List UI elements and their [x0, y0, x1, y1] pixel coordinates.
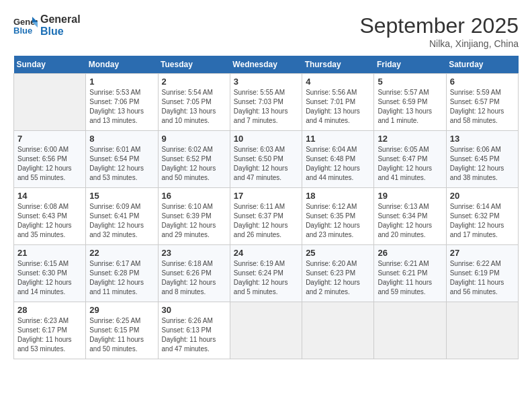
- day-cell: 6Sunrise: 5:59 AM Sunset: 6:57 PM Daylig…: [446, 74, 518, 131]
- day-number: 8: [89, 134, 154, 144]
- day-info: Sunrise: 6:14 AM Sunset: 6:32 PM Dayligh…: [450, 202, 515, 240]
- day-info: Sunrise: 5:57 AM Sunset: 6:59 PM Dayligh…: [378, 88, 442, 126]
- day-number: 17: [234, 191, 298, 201]
- title-block: September 2025 Nilka, Xinjiang, China: [359, 13, 519, 49]
- day-info: Sunrise: 6:15 AM Sunset: 6:30 PM Dayligh…: [17, 259, 82, 297]
- day-cell: 8Sunrise: 6:01 AM Sunset: 6:54 PM Daylig…: [86, 131, 158, 188]
- page-header: General Blue General Blue September 2025…: [13, 13, 519, 49]
- day-info: Sunrise: 6:25 AM Sunset: 6:15 PM Dayligh…: [89, 316, 154, 354]
- day-cell: [446, 302, 518, 359]
- day-cell: 22Sunrise: 6:17 AM Sunset: 6:28 PM Dayli…: [86, 245, 158, 302]
- day-number: 30: [162, 305, 226, 315]
- logo-icon: General Blue: [13, 15, 38, 36]
- day-info: Sunrise: 6:17 AM Sunset: 6:28 PM Dayligh…: [89, 259, 154, 297]
- day-cell: 1Sunrise: 5:53 AM Sunset: 7:06 PM Daylig…: [86, 74, 158, 131]
- day-number: 12: [378, 134, 442, 144]
- day-cell: 14Sunrise: 6:08 AM Sunset: 6:43 PM Dayli…: [14, 188, 86, 245]
- day-cell: 9Sunrise: 6:02 AM Sunset: 6:52 PM Daylig…: [158, 131, 230, 188]
- day-info: Sunrise: 6:20 AM Sunset: 6:23 PM Dayligh…: [306, 259, 370, 297]
- calendar-table: SundayMondayTuesdayWednesdayThursdayFrid…: [13, 56, 519, 359]
- week-row-2: 7Sunrise: 6:00 AM Sunset: 6:56 PM Daylig…: [14, 131, 519, 188]
- day-cell: 7Sunrise: 6:00 AM Sunset: 6:56 PM Daylig…: [14, 131, 86, 188]
- day-number: 15: [89, 191, 154, 201]
- day-number: 4: [306, 77, 370, 87]
- day-info: Sunrise: 6:22 AM Sunset: 6:19 PM Dayligh…: [450, 259, 515, 297]
- day-info: Sunrise: 6:12 AM Sunset: 6:35 PM Dayligh…: [306, 202, 370, 240]
- day-cell: 30Sunrise: 6:26 AM Sunset: 6:13 PM Dayli…: [158, 302, 230, 359]
- day-header-saturday: Saturday: [446, 56, 518, 74]
- day-number: 28: [17, 305, 82, 315]
- day-number: 7: [17, 134, 82, 144]
- day-cell: [302, 302, 374, 359]
- day-number: 1: [89, 77, 154, 87]
- day-info: Sunrise: 6:19 AM Sunset: 6:24 PM Dayligh…: [234, 259, 298, 297]
- day-info: Sunrise: 6:00 AM Sunset: 6:56 PM Dayligh…: [17, 145, 82, 183]
- day-info: Sunrise: 6:08 AM Sunset: 6:43 PM Dayligh…: [17, 202, 82, 240]
- day-number: 2: [162, 77, 226, 87]
- day-header-friday: Friday: [374, 56, 446, 74]
- day-number: 26: [378, 248, 442, 258]
- day-info: Sunrise: 6:09 AM Sunset: 6:41 PM Dayligh…: [89, 202, 154, 240]
- day-cell: 27Sunrise: 6:22 AM Sunset: 6:19 PM Dayli…: [446, 245, 518, 302]
- day-cell: 2Sunrise: 5:54 AM Sunset: 7:05 PM Daylig…: [158, 74, 230, 131]
- location-subtitle: Nilka, Xinjiang, China: [359, 38, 519, 49]
- day-info: Sunrise: 6:13 AM Sunset: 6:34 PM Dayligh…: [378, 202, 442, 240]
- day-info: Sunrise: 5:59 AM Sunset: 6:57 PM Dayligh…: [450, 88, 515, 126]
- day-number: 19: [378, 191, 442, 201]
- day-header-thursday: Thursday: [302, 56, 374, 74]
- day-number: 3: [234, 77, 298, 87]
- day-info: Sunrise: 6:18 AM Sunset: 6:26 PM Dayligh…: [162, 259, 226, 297]
- day-cell: 29Sunrise: 6:25 AM Sunset: 6:15 PM Dayli…: [86, 302, 158, 359]
- day-info: Sunrise: 5:55 AM Sunset: 7:03 PM Dayligh…: [234, 88, 298, 126]
- day-number: 24: [234, 248, 298, 258]
- day-number: 23: [162, 248, 226, 258]
- day-number: 6: [450, 77, 515, 87]
- day-cell: 26Sunrise: 6:21 AM Sunset: 6:21 PM Dayli…: [374, 245, 446, 302]
- day-cell: 23Sunrise: 6:18 AM Sunset: 6:26 PM Dayli…: [158, 245, 230, 302]
- day-cell: 17Sunrise: 6:11 AM Sunset: 6:37 PM Dayli…: [230, 188, 302, 245]
- day-cell: 11Sunrise: 6:04 AM Sunset: 6:48 PM Dayli…: [302, 131, 374, 188]
- day-header-tuesday: Tuesday: [158, 56, 230, 74]
- day-cell: 18Sunrise: 6:12 AM Sunset: 6:35 PM Dayli…: [302, 188, 374, 245]
- day-cell: 10Sunrise: 6:03 AM Sunset: 6:50 PM Dayli…: [230, 131, 302, 188]
- logo-line2: Blue: [40, 26, 81, 38]
- day-number: 5: [378, 77, 442, 87]
- day-header-monday: Monday: [86, 56, 158, 74]
- day-cell: [374, 302, 446, 359]
- logo: General Blue General Blue: [13, 13, 81, 38]
- day-number: 21: [17, 248, 82, 258]
- day-cell: 16Sunrise: 6:10 AM Sunset: 6:39 PM Dayli…: [158, 188, 230, 245]
- day-cell: [230, 302, 302, 359]
- day-number: 9: [162, 134, 226, 144]
- day-cell: 4Sunrise: 5:56 AM Sunset: 7:01 PM Daylig…: [302, 74, 374, 131]
- day-number: 16: [162, 191, 226, 201]
- day-cell: 25Sunrise: 6:20 AM Sunset: 6:23 PM Dayli…: [302, 245, 374, 302]
- day-cell: 12Sunrise: 6:05 AM Sunset: 6:47 PM Dayli…: [374, 131, 446, 188]
- day-info: Sunrise: 6:03 AM Sunset: 6:50 PM Dayligh…: [234, 145, 298, 183]
- day-number: 11: [306, 134, 370, 144]
- day-number: 20: [450, 191, 515, 201]
- day-cell: 3Sunrise: 5:55 AM Sunset: 7:03 PM Daylig…: [230, 74, 302, 131]
- day-cell: 15Sunrise: 6:09 AM Sunset: 6:41 PM Dayli…: [86, 188, 158, 245]
- day-header-wednesday: Wednesday: [230, 56, 302, 74]
- day-cell: [14, 74, 86, 131]
- day-info: Sunrise: 5:54 AM Sunset: 7:05 PM Dayligh…: [162, 88, 226, 126]
- day-info: Sunrise: 5:56 AM Sunset: 7:01 PM Dayligh…: [306, 88, 370, 126]
- day-info: Sunrise: 6:23 AM Sunset: 6:17 PM Dayligh…: [17, 316, 82, 354]
- day-cell: 5Sunrise: 5:57 AM Sunset: 6:59 PM Daylig…: [374, 74, 446, 131]
- day-cell: 28Sunrise: 6:23 AM Sunset: 6:17 PM Dayli…: [14, 302, 86, 359]
- day-info: Sunrise: 6:06 AM Sunset: 6:45 PM Dayligh…: [450, 145, 515, 183]
- week-row-4: 21Sunrise: 6:15 AM Sunset: 6:30 PM Dayli…: [14, 245, 519, 302]
- week-row-3: 14Sunrise: 6:08 AM Sunset: 6:43 PM Dayli…: [14, 188, 519, 245]
- day-info: Sunrise: 6:26 AM Sunset: 6:13 PM Dayligh…: [162, 316, 226, 354]
- day-number: 10: [234, 134, 298, 144]
- day-cell: 21Sunrise: 6:15 AM Sunset: 6:30 PM Dayli…: [14, 245, 86, 302]
- day-info: Sunrise: 6:10 AM Sunset: 6:39 PM Dayligh…: [162, 202, 226, 240]
- day-info: Sunrise: 6:05 AM Sunset: 6:47 PM Dayligh…: [378, 145, 442, 183]
- day-number: 25: [306, 248, 370, 258]
- month-title: September 2025: [359, 13, 519, 38]
- day-cell: 20Sunrise: 6:14 AM Sunset: 6:32 PM Dayli…: [446, 188, 518, 245]
- week-row-1: 1Sunrise: 5:53 AM Sunset: 7:06 PM Daylig…: [14, 74, 519, 131]
- day-info: Sunrise: 6:01 AM Sunset: 6:54 PM Dayligh…: [89, 145, 154, 183]
- day-info: Sunrise: 6:02 AM Sunset: 6:52 PM Dayligh…: [162, 145, 226, 183]
